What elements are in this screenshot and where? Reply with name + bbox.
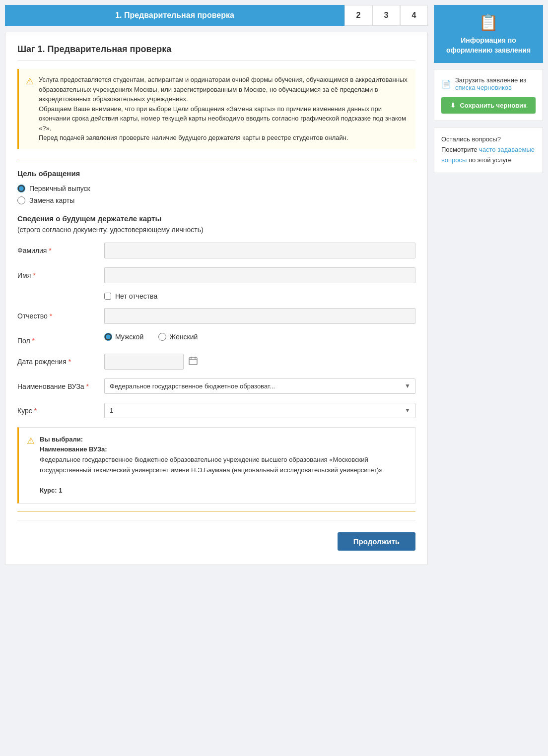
selection-course-label-value: Курс: 1 — [40, 487, 62, 494]
radio-replace-input[interactable] — [17, 196, 25, 204]
draft-list-link[interactable]: списка черновиков — [455, 84, 512, 91]
birth-date-field: Дата рождения * — [17, 354, 415, 370]
selection-course-value: 1 — [59, 487, 62, 494]
step-header: 1. Предварительная проверка 2 3 4 — [5, 5, 428, 26]
university-select[interactable]: Федеральное государственное бюджетное об… — [104, 378, 415, 394]
selection-info-content: Вы выбрали: Наименование ВУЗа: Федеральн… — [40, 435, 407, 497]
course-input-wrapper: 1 2 3 4 5 6 ▼ — [104, 403, 415, 418]
draft-document-icon: 📄 — [441, 79, 451, 89]
section-divider-1 — [17, 159, 415, 159]
patronymic-input-wrapper — [104, 308, 415, 324]
purpose-section-title: Цель обращения — [17, 169, 415, 178]
no-patronymic-checkbox[interactable] — [104, 293, 111, 300]
course-dropdown-wrapper: 1 2 3 4 5 6 ▼ — [104, 403, 415, 418]
first-name-field: Имя * — [17, 267, 415, 283]
holder-section-subtitle: (строго согласно документу, удостоверяющ… — [17, 226, 415, 234]
first-name-input-wrapper — [104, 267, 415, 283]
university-input-wrapper: Федеральное государственное бюджетное об… — [104, 378, 415, 394]
continue-button[interactable]: Продолжить — [338, 532, 415, 551]
load-draft-text: Загрузить заявление из списка черновиков — [455, 76, 536, 91]
gender-label: Пол * — [17, 333, 104, 345]
gender-female-input[interactable] — [158, 333, 166, 341]
selection-info-title: Вы выбрали: — [40, 436, 83, 443]
course-field: Курс * 1 2 3 4 5 6 ▼ — [17, 403, 415, 418]
birth-date-input[interactable] — [104, 354, 184, 370]
selection-info-box: ⚠ Вы выбрали: Наименование ВУЗа: Федерал… — [17, 427, 415, 504]
form-card: Шаг 1. Предварительная проверка ⚠ Услуга… — [5, 32, 428, 565]
holder-section-title: Сведения о будущем держателе карты — [17, 214, 415, 223]
gender-male-label[interactable]: Мужской — [115, 333, 143, 341]
selection-course-label: Курс: — [40, 487, 57, 494]
university-field: Наименование ВУЗа * Федеральное государс… — [17, 378, 415, 394]
course-label: Курс * — [17, 403, 104, 415]
gender-female-label[interactable]: Женский — [169, 333, 198, 341]
gender-female[interactable]: Женский — [158, 333, 198, 341]
birth-date-required: * — [68, 358, 71, 366]
selection-university-label: Наименование ВУЗа: — [40, 445, 107, 453]
patronymic-input[interactable] — [104, 308, 415, 324]
continue-btn-row: Продолжить — [17, 528, 415, 553]
birth-date-label: Дата рождения * — [17, 354, 104, 366]
first-name-input[interactable] — [104, 267, 415, 283]
calendar-icon — [189, 356, 198, 365]
gender-male[interactable]: Мужской — [104, 333, 143, 341]
gender-input-wrapper: Мужской Женский — [104, 333, 415, 341]
save-icon: ⬇ — [450, 102, 456, 109]
sidebar-faq: Остались вопросы?Посмотрите часто задава… — [434, 127, 543, 173]
university-label: Наименование ВУЗа * — [17, 378, 104, 390]
no-patronymic-row[interactable]: Нет отчества — [104, 292, 415, 300]
last-name-label: Фамилия * — [17, 243, 104, 254]
last-name-input-wrapper — [104, 243, 415, 258]
svg-rect-0 — [189, 358, 197, 365]
selection-university-value: Федеральное государственное бюджетное об… — [40, 456, 383, 474]
step-4[interactable]: 4 — [400, 5, 428, 26]
load-draft-row: 📄 Загрузить заявление из списка черновик… — [441, 76, 536, 91]
sidebar-info-card: 📋 Информация по оформлению заявления — [434, 5, 543, 63]
date-wrapper — [104, 354, 415, 370]
last-name-field: Фамилия * — [17, 243, 415, 258]
last-name-required: * — [49, 247, 51, 254]
university-dropdown-wrapper: Федеральное государственное бюджетное об… — [104, 378, 415, 394]
step-1-active: 1. Предварительная проверка — [5, 5, 344, 26]
form-title: Шаг 1. Предварительная проверка — [17, 44, 415, 61]
step-2[interactable]: 2 — [344, 5, 372, 26]
sidebar-info-title: Информация по оформлению заявления — [441, 36, 536, 55]
course-select[interactable]: 1 2 3 4 5 6 — [104, 403, 415, 418]
faq-text-after: по этой услуге — [469, 156, 512, 164]
notice-text: Услуга предоставляется студентам, аспира… — [39, 75, 409, 143]
patronymic-required: * — [50, 312, 52, 320]
warning-icon: ⚠ — [26, 76, 34, 87]
first-name-label: Имя * — [17, 267, 104, 279]
patronymic-field: Отчество * — [17, 308, 415, 324]
first-name-required: * — [33, 271, 35, 279]
save-draft-button[interactable]: ⬇ Сохранить черновик — [441, 97, 536, 114]
radio-replace-card[interactable]: Замена карты — [17, 196, 415, 204]
university-required: * — [86, 382, 89, 390]
document-icon: 📋 — [441, 13, 536, 32]
info-notice: ⚠ Услуга предоставляется студентам, аспи… — [17, 69, 415, 149]
gender-field: Пол * Мужской Женский — [17, 333, 415, 345]
step-3[interactable]: 3 — [372, 5, 400, 26]
patronymic-label: Отчество * — [17, 308, 104, 320]
selection-info-icon: ⚠ — [27, 436, 35, 497]
bottom-divider — [17, 511, 415, 512]
bottom-divider-gray — [17, 520, 415, 520]
gender-male-input[interactable] — [104, 333, 112, 341]
no-patronymic-label[interactable]: Нет отчества — [115, 292, 157, 300]
birth-date-input-wrapper — [104, 354, 415, 370]
course-required: * — [34, 407, 37, 415]
sidebar-actions: 📄 Загрузить заявление из списка черновик… — [434, 69, 543, 121]
radio-primary-issue[interactable]: Первичный выпуск — [17, 185, 415, 192]
calendar-icon-btn[interactable] — [187, 354, 200, 369]
gender-row: Мужской Женский — [104, 333, 415, 341]
radio-primary-label[interactable]: Первичный выпуск — [29, 185, 90, 192]
sidebar: 📋 Информация по оформлению заявления 📄 З… — [434, 5, 543, 571]
radio-replace-label[interactable]: Замена карты — [29, 196, 74, 204]
radio-primary-input[interactable] — [17, 185, 25, 192]
gender-required: * — [32, 337, 35, 345]
last-name-input[interactable] — [104, 243, 415, 258]
